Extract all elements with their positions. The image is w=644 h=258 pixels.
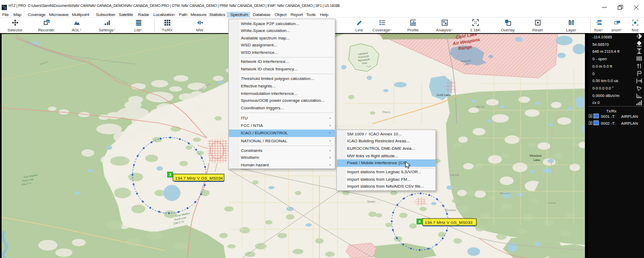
svg-text:4: 4 bbox=[418, 220, 420, 223]
svg-text:134.7 MHz V GS_MS033: 134.7 MHz V GS_MS033 bbox=[425, 220, 473, 225]
svg-text:3: 3 bbox=[169, 173, 171, 176]
svg-text:134.7 MHz V GS_MS034: 134.7 MHz V GS_MS034 bbox=[175, 176, 223, 181]
svg-text:Yhaovx: Yhaovx bbox=[382, 111, 391, 114]
svg-text:Dpnaxx: Dpnaxx bbox=[367, 200, 376, 203]
svg-text:Tra3: Tra3 bbox=[366, 65, 371, 68]
svg-text:Wa.12a: Wa.12a bbox=[476, 106, 485, 108]
svg-text:Meadow: Meadow bbox=[530, 154, 542, 157]
svg-text:Lake: Lake bbox=[533, 158, 541, 162]
svg-text:Cabnolle: Cabnolle bbox=[450, 174, 459, 176]
svg-text:Wcvstolue: Wcvstolue bbox=[445, 209, 456, 212]
svg-text:Cold Lake: Cold Lake bbox=[436, 93, 451, 96]
svg-text:Cuttorde: Cuttorde bbox=[547, 201, 556, 204]
svg-text:Barschne: Barschne bbox=[500, 192, 510, 195]
